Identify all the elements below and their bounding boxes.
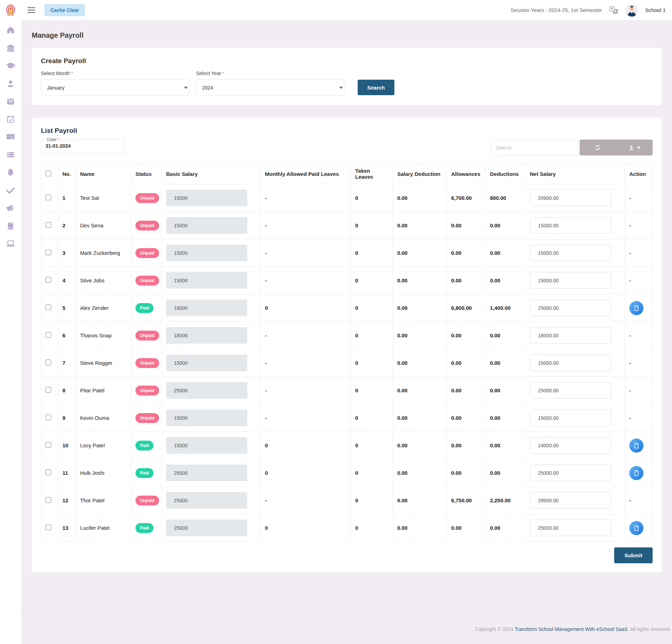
row-number: 3 — [58, 239, 76, 267]
status-badge: Paid — [135, 441, 153, 450]
payroll-table-body: 1Test SalUnpaid-00.006,700.00800.00-2Dev… — [41, 184, 653, 542]
basic-salary-cell — [162, 267, 261, 294]
row-checkbox-cell — [41, 239, 58, 267]
row-checkbox[interactable] — [46, 497, 51, 503]
user-avatar[interactable] — [625, 4, 638, 17]
payslip-button[interactable] — [629, 301, 643, 315]
monthly-allowed-paid-leaves-cell: - — [261, 377, 351, 404]
date-input[interactable] — [46, 143, 120, 149]
action-cell: - — [625, 349, 653, 377]
book-icon — [6, 222, 15, 230]
row-checkbox[interactable] — [46, 222, 51, 228]
sidebar-item-payroll[interactable] — [4, 133, 18, 141]
sidebar-item-institution[interactable] — [4, 44, 18, 52]
sidebar-item-notifications[interactable] — [4, 168, 18, 177]
no-action-dash: - — [629, 497, 631, 503]
salary-deduction-cell: 0.00 — [393, 432, 447, 459]
net-salary-input[interactable] — [530, 492, 611, 509]
col-taken-leaves: Taken Leaves — [351, 164, 393, 184]
table-search-input[interactable] — [491, 140, 578, 155]
export-button[interactable] — [616, 140, 653, 155]
school-name-label[interactable]: School 1 — [645, 7, 666, 13]
row-checkbox[interactable] — [46, 387, 51, 393]
search-button[interactable]: Search — [358, 80, 394, 95]
payslip-button[interactable] — [629, 521, 643, 535]
row-number: 9 — [58, 404, 76, 432]
sidebar-item-home[interactable] — [4, 26, 18, 34]
month-select[interactable]: January — [41, 79, 189, 96]
year-select[interactable]: 2024 — [196, 79, 344, 96]
net-salary-input[interactable] — [530, 437, 611, 454]
basic-salary-input — [166, 492, 247, 509]
net-salary-input[interactable] — [530, 465, 611, 481]
payslip-file-icon — [633, 525, 640, 531]
payslip-button[interactable] — [629, 438, 643, 453]
row-checkbox[interactable] — [46, 250, 51, 255]
status-cell: Unpaid — [131, 239, 162, 267]
brand-link[interactable]: Transform School Management With eSchool… — [515, 626, 628, 632]
net-salary-input[interactable] — [530, 245, 611, 261]
row-checkbox[interactable] — [46, 470, 51, 475]
home-icon — [6, 26, 15, 34]
menu-toggle-button[interactable] — [26, 6, 37, 14]
net-salary-input[interactable] — [530, 217, 611, 234]
sidebar-item-academics[interactable] — [4, 61, 18, 70]
salary-deduction-cell: 0.00 — [393, 184, 447, 212]
sidebar-item-library[interactable] — [4, 222, 18, 230]
language-translate-icon[interactable]: A — [609, 6, 618, 15]
payroll-row: 11Hulk JoshiPaid000.000.000.00 — [41, 459, 653, 487]
net-salary-input[interactable] — [530, 355, 611, 371]
payroll-row: 3Mark ZuckerbergUnpaid-00.000.000.00- — [41, 239, 653, 267]
sidebar-item-announcements[interactable] — [4, 204, 18, 212]
deductions-cell: 2,250.00 — [486, 487, 526, 514]
submit-button[interactable]: Submit — [614, 547, 653, 563]
basic-salary-cell — [162, 349, 261, 377]
sidebar-item-students[interactable] — [4, 79, 18, 88]
row-checkbox[interactable] — [46, 525, 51, 530]
allowances-cell: 0.00 — [447, 459, 486, 487]
net-salary-cell — [526, 432, 625, 459]
row-checkbox[interactable] — [46, 277, 51, 283]
basic-salary-cell — [162, 377, 261, 404]
sidebar-item-calendar[interactable] — [4, 97, 18, 105]
app-logo[interactable] — [0, 4, 21, 16]
employee-name: Pitar Patel — [76, 377, 131, 404]
select-all-checkbox[interactable] — [46, 171, 51, 176]
sidebar-item-attendance[interactable] — [4, 115, 18, 123]
col-action: Action — [625, 164, 653, 184]
net-salary-input[interactable] — [530, 382, 611, 399]
refresh-button[interactable] — [580, 140, 616, 155]
row-checkbox[interactable] — [46, 415, 51, 420]
salary-deduction-cell: 0.00 — [393, 267, 447, 294]
row-checkbox[interactable] — [46, 442, 51, 448]
action-cell: - — [625, 404, 653, 432]
salary-deduction-cell: 0.00 — [393, 239, 447, 267]
row-number: 8 — [58, 377, 76, 404]
net-salary-input[interactable] — [530, 410, 611, 426]
row-checkbox[interactable] — [46, 332, 51, 338]
net-salary-input[interactable] — [530, 272, 611, 289]
net-salary-cell — [526, 267, 625, 294]
row-checkbox[interactable] — [46, 305, 51, 310]
status-badge: Unpaid — [135, 358, 159, 368]
sidebar-item-list[interactable] — [4, 151, 18, 159]
row-checkbox[interactable] — [46, 360, 51, 365]
net-salary-input[interactable] — [530, 190, 611, 206]
row-checkbox[interactable] — [46, 195, 51, 200]
sidebar-item-online-exam[interactable] — [4, 239, 18, 248]
topbar: Cache Clear Session Years : 2024-25, 1st… — [0, 0, 672, 20]
status-badge: Unpaid — [135, 221, 159, 231]
calendar-check-icon — [6, 115, 15, 123]
taken-leaves-cell: 0 — [351, 267, 393, 294]
salary-deduction-cell: 0.00 — [393, 459, 447, 487]
payslip-button[interactable] — [629, 466, 643, 480]
net-salary-input[interactable] — [530, 300, 611, 316]
sidebar-item-approvals[interactable] — [4, 186, 18, 195]
basic-salary-input — [166, 190, 247, 206]
no-action-dash: - — [629, 387, 631, 393]
employee-name: Locy Patel — [76, 432, 131, 459]
net-salary-input[interactable] — [530, 327, 611, 344]
monthly-allowed-paid-leaves-cell: - — [261, 212, 351, 239]
net-salary-input[interactable] — [530, 520, 611, 536]
cache-clear-button[interactable]: Cache Clear — [44, 4, 85, 16]
